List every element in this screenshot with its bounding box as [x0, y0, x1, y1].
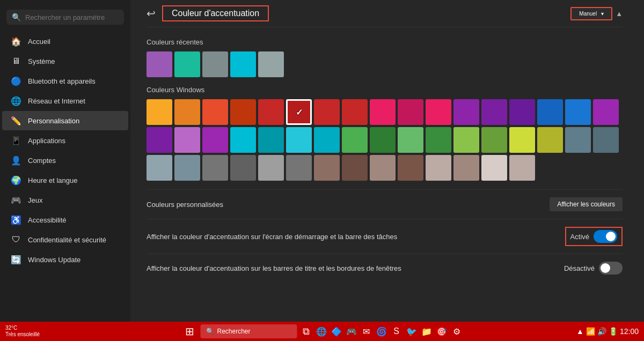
search-label: Rechercher [217, 328, 251, 335]
windows-color-4-2[interactable] [147, 155, 172, 181]
windows-color-1-7[interactable] [565, 99, 591, 125]
recent-color-1[interactable] [174, 51, 200, 77]
confidentialite-icon: 🛡 [11, 234, 21, 245]
windows-color-1-2[interactable] [426, 99, 451, 125]
sidebar-item-bluetooth[interactable]: 🔵Bluetooth et appareils [2, 71, 128, 91]
back-button[interactable]: ↩ [147, 7, 156, 20]
windows-color-5-0[interactable] [314, 155, 340, 181]
windows-color-1-6[interactable] [537, 99, 563, 125]
windows-color-1-5[interactable] [509, 99, 535, 125]
recent-colors-grid [147, 51, 623, 77]
windows-color-4-3[interactable] [174, 155, 200, 181]
windows-color-3-7[interactable] [537, 127, 563, 153]
windows-color-2-6[interactable] [286, 127, 312, 153]
page-title: Couleur d'accentuation [162, 5, 269, 21]
active-badge: Activé [565, 227, 623, 246]
recent-color-2[interactable] [202, 51, 228, 77]
recent-color-3[interactable] [230, 51, 256, 77]
windows-color-5-3[interactable] [398, 155, 423, 181]
xbox-icon[interactable]: 🎮 [346, 325, 357, 337]
skype-icon[interactable]: S [391, 325, 402, 337]
windows-color-1-1[interactable] [398, 99, 423, 125]
windows-color-3-5[interactable] [481, 127, 507, 153]
edge-icon[interactable]: 🔷 [331, 325, 342, 337]
windows-color-3-1[interactable] [370, 127, 396, 153]
tray-expand[interactable]: ▲ [576, 327, 584, 336]
toggle-taskbar[interactable] [594, 230, 617, 243]
windows-color-2-7[interactable] [314, 127, 340, 153]
windows-color-5-6[interactable] [481, 155, 507, 181]
windows-color-0-5[interactable]: ✓ [286, 99, 312, 125]
mail-icon[interactable]: ✉ [361, 325, 372, 337]
volume-icon[interactable]: 🔊 [597, 327, 606, 336]
windows-color-0-1[interactable] [174, 99, 200, 125]
sidebar-item-accueil[interactable]: 🏠Accueil [2, 32, 128, 51]
windows-color-0-6[interactable] [314, 99, 340, 125]
windows-color-3-2[interactable] [398, 127, 423, 153]
twitter-icon[interactable]: 🐦 [406, 325, 418, 337]
windows-color-4-4[interactable] [202, 155, 228, 181]
network-icon[interactable]: 📶 [586, 327, 595, 336]
windows-color-0-0[interactable] [147, 99, 172, 125]
sidebar-item-perso[interactable]: ✏️Personnalisation [2, 111, 128, 130]
recent-color-0[interactable] [147, 51, 172, 77]
windows-color-0-7[interactable] [342, 99, 368, 125]
sidebar-item-reseau[interactable]: 🌐Réseau et Internet [2, 91, 128, 110]
sidebar-item-jeux[interactable]: 🎮Jeux [2, 190, 128, 210]
windows-color-5-5[interactable] [453, 155, 479, 181]
toggle-slider [599, 262, 623, 275]
windows-color-0-2[interactable] [202, 99, 228, 125]
windows-color-2-0[interactable] [593, 99, 619, 125]
windows-color-2-3[interactable] [202, 127, 228, 153]
windows-color-5-2[interactable] [370, 155, 396, 181]
collapse-icon[interactable]: ▲ [616, 10, 623, 18]
taskbar-search[interactable]: 🔍 Rechercher [201, 324, 297, 338]
windows-color-3-4[interactable] [453, 127, 479, 153]
mode-dropdown[interactable]: Manuel ▾ [570, 7, 612, 20]
setting-right-taskbar: Activé [565, 227, 623, 246]
edge2-icon[interactable]: 🌀 [376, 325, 387, 337]
accueil-icon: 🏠 [11, 36, 21, 47]
sidebar-item-confidentialite[interactable]: 🛡Confidentialité et sécurité [2, 230, 128, 249]
windows-color-2-1[interactable] [147, 127, 172, 153]
recent-colors-label: Couleurs récentes [147, 38, 623, 46]
windows-color-5-7[interactable] [509, 155, 535, 181]
sidebar-item-applications[interactable]: 📱Applications [2, 131, 128, 150]
windows-color-4-7[interactable] [286, 155, 312, 181]
sidebar-item-comptes[interactable]: 👤Comptes [2, 151, 128, 170]
reseau-icon: 🌐 [11, 95, 21, 106]
search-input[interactable] [25, 13, 119, 21]
recent-color-4[interactable] [258, 51, 284, 77]
windows-color-4-5[interactable] [230, 155, 256, 181]
windows-color-0-3[interactable] [230, 99, 256, 125]
steam-icon[interactable]: 🎯 [436, 325, 448, 337]
toggle-titlebar[interactable] [599, 262, 623, 275]
windows-color-4-1[interactable] [593, 127, 619, 153]
windows-color-2-2[interactable] [174, 127, 200, 153]
windows-color-2-5[interactable] [258, 127, 284, 153]
sidebar-item-accessibilite[interactable]: ♿Accessibilité [2, 210, 128, 229]
windows-color-3-3[interactable] [426, 127, 451, 153]
chrome-icon[interactable]: 🌐 [316, 325, 327, 337]
folder-icon[interactable]: 📁 [421, 325, 433, 337]
toggle-label-taskbar: Activé [570, 233, 589, 241]
windows-color-5-4[interactable] [426, 155, 451, 181]
windows-color-0-4[interactable] [258, 99, 284, 125]
windows-color-3-6[interactable] [509, 127, 535, 153]
windows-color-5-1[interactable] [342, 155, 368, 181]
settings-icon[interactable]: ⚙ [451, 325, 463, 337]
sidebar-item-systeme[interactable]: 🖥Système [2, 51, 128, 71]
afficher-couleurs-button[interactable]: Afficher les couleurs [550, 197, 623, 211]
start-button[interactable]: ⊞ [182, 325, 197, 338]
windows-color-4-6[interactable] [258, 155, 284, 181]
windows-color-1-0[interactable] [370, 99, 396, 125]
sidebar-item-heure[interactable]: 🌍Heure et langue [2, 171, 128, 190]
windows-color-3-0[interactable] [342, 127, 368, 153]
taskview-icon[interactable]: ⧉ [301, 325, 312, 337]
windows-color-1-3[interactable] [453, 99, 479, 125]
windows-color-4-0[interactable] [565, 127, 591, 153]
sidebar-item-update[interactable]: 🔄Windows Update [2, 250, 128, 269]
windows-color-2-4[interactable] [230, 127, 256, 153]
windows-color-1-4[interactable] [481, 99, 507, 125]
search-bar[interactable]: 🔍 [6, 10, 124, 25]
